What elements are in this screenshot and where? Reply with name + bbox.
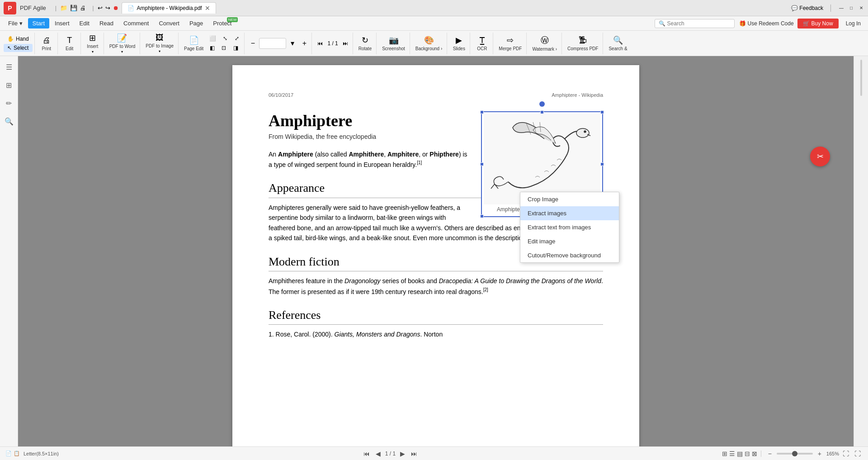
save-icon[interactable]: 💾 — [70, 5, 77, 11]
fit-page-button[interactable]: ⛶ — [841, 449, 851, 459]
background-button[interactable]: 🎨 Background › — [413, 33, 445, 53]
page-tool-5[interactable]: ⊡ — [218, 43, 229, 52]
zoom-dropdown-button[interactable]: ▾ — [287, 38, 298, 49]
login-button[interactable]: Log In — [842, 19, 864, 28]
search-button[interactable]: 🔍 Search & — [606, 33, 630, 53]
feedback-button[interactable]: 💬 Feedback — [791, 5, 823, 11]
handle-rotate[interactable] — [539, 101, 545, 107]
fullscreen-button[interactable]: ⛶ — [853, 449, 863, 459]
menu-page[interactable]: Page — [185, 18, 208, 28]
undo-icon[interactable]: ↩ — [98, 5, 103, 11]
left-icon: ◧ — [210, 45, 215, 51]
rotate-button[interactable]: ↻ Rotate — [356, 33, 374, 53]
print-icon[interactable]: 🖨 — [80, 5, 86, 11]
open-folder-icon[interactable]: 📁 — [60, 5, 67, 11]
select-tool-button[interactable]: ↖ Select — [4, 44, 33, 52]
ctx-extract-images[interactable]: Extract images — [520, 206, 619, 220]
zoom-input[interactable]: 165% — [259, 38, 286, 49]
search-input[interactable] — [667, 20, 731, 27]
menu-comment[interactable]: Comment — [119, 18, 153, 28]
next-page-button[interactable]: ⏭ — [340, 38, 351, 49]
handle-ml[interactable] — [480, 162, 484, 166]
page-tool-1[interactable]: ⬜ — [207, 34, 219, 43]
edit-button[interactable]: T Edit — [61, 33, 79, 53]
compress-pdf-button[interactable]: 🗜 Compress PDF — [565, 33, 601, 53]
view-icon-5[interactable]: ⊠ — [752, 450, 757, 457]
page-tool-3[interactable]: ⤢ — [231, 34, 242, 43]
pdf-to-image-button[interactable]: 🖼 PDF to Image ▾ — [143, 33, 176, 53]
tab-close-button[interactable]: ✕ — [205, 5, 210, 12]
hand-tool-button[interactable]: ✋ Hand — [4, 35, 33, 43]
insert-button[interactable]: ⊞ Insert ▾ — [84, 33, 102, 53]
menu-protect[interactable]: Protect NEW — [208, 18, 236, 28]
sidebar-grid-icon[interactable]: ⊞ — [2, 78, 16, 92]
sidebar-search-icon[interactable]: 🔍 — [2, 114, 16, 128]
minimize-button[interactable]: — — [838, 5, 844, 11]
search-box[interactable]: 🔍 — [655, 19, 735, 28]
handle-tr[interactable] — [600, 110, 604, 114]
fab-button[interactable]: ✂ — [810, 147, 830, 166]
prev-page-button[interactable]: ⏮ — [315, 38, 326, 49]
ctx-cutout-bg[interactable]: Cutout/Remove background — [520, 248, 619, 262]
zoom-in-button[interactable]: + — [299, 38, 310, 49]
menu-edit[interactable]: Edit — [75, 18, 94, 28]
handle-tc[interactable] — [540, 110, 544, 114]
merge-pdf-button[interactable]: ⇨ Merge PDF — [496, 33, 524, 53]
last-page-button[interactable]: ⏭ — [409, 449, 419, 459]
handle-bl[interactable] — [480, 214, 484, 218]
redo-icon[interactable]: ↪ — [105, 5, 110, 11]
maximize-button[interactable]: □ — [848, 5, 854, 11]
center-icon: ⊡ — [222, 45, 226, 51]
ctx-edit-image[interactable]: Edit image — [520, 234, 619, 248]
view-icon-3[interactable]: ▤ — [737, 450, 743, 457]
page-tool-6[interactable]: ◨ — [230, 43, 241, 52]
print-icon: 🖨 — [42, 36, 51, 45]
view-icon-1[interactable]: ⊞ — [722, 450, 727, 457]
page-tool-4[interactable]: ◧ — [207, 43, 217, 52]
scroll-thumb[interactable] — [860, 60, 862, 96]
menu-file[interactable]: File ▾ — [4, 18, 27, 28]
print-button[interactable]: 🖨 Print — [38, 33, 56, 53]
handle-tl[interactable] — [480, 110, 484, 114]
right-scrollbar[interactable] — [854, 56, 868, 446]
menu-convert[interactable]: Convert — [154, 18, 184, 28]
ctx-crop-image[interactable]: Crop Image — [520, 192, 619, 206]
file-tab[interactable]: 📄 Amphiptere - Wikipedia.pdf ✕ — [122, 2, 216, 14]
page-icon-1[interactable]: 📄 — [5, 451, 12, 456]
redeem-icon: 🎁 — [739, 20, 746, 27]
sidebar-edit-icon[interactable]: ✏ — [2, 96, 16, 110]
hand-icon: ✋ — [7, 36, 14, 42]
prev-page-button[interactable]: ◀ — [373, 449, 383, 459]
page-edit-button[interactable]: 📄 Page Edit — [181, 33, 206, 53]
content-area[interactable]: 06/10/2017 Amphiptere - Wikipedia — [18, 56, 854, 446]
zoom-control: − 165% ▾ + — [247, 38, 310, 49]
slides-button[interactable]: ▶ Slides — [450, 33, 468, 53]
handle-mr[interactable] — [600, 162, 604, 166]
page-tool-2[interactable]: ⤡ — [220, 34, 231, 43]
record-icon[interactable]: ⏺ — [113, 5, 119, 11]
tool-group-zoom: − 165% ▾ + — [245, 33, 312, 54]
menu-insert[interactable]: Insert — [50, 18, 74, 28]
screenshot-button[interactable]: 📷 Screenshot — [379, 33, 408, 53]
sidebar-list-icon[interactable]: ☰ — [2, 60, 16, 74]
zoom-slider[interactable] — [777, 453, 813, 455]
redeem-button[interactable]: 🎁 Use Redeem Code — [739, 20, 794, 27]
next-page-btn[interactable]: ▶ — [397, 449, 407, 459]
zoom-out-status[interactable]: − — [765, 449, 775, 459]
menu-start[interactable]: Start — [28, 18, 49, 28]
zoom-slider-thumb[interactable] — [792, 451, 797, 456]
close-window-button[interactable]: ✕ — [858, 5, 864, 11]
first-page-button[interactable]: ⏮ — [362, 449, 372, 459]
zoom-in-status[interactable]: + — [815, 449, 825, 459]
buy-now-button[interactable]: 🛒 Buy Now — [797, 19, 839, 28]
view-icon-4[interactable]: ⊟ — [745, 450, 750, 457]
zoom-out-button[interactable]: − — [247, 38, 258, 49]
menu-read[interactable]: Read — [95, 18, 118, 28]
ocr-icon: T̲ — [480, 35, 485, 45]
pdf-to-word-button[interactable]: 📝 PDF to Word ▾ — [107, 33, 138, 53]
ocr-button[interactable]: T̲ OCR — [473, 33, 491, 53]
page-icon-2[interactable]: 📋 — [14, 451, 20, 456]
watermark-button[interactable]: Ⓦ Watermark › — [529, 33, 560, 53]
ctx-extract-text[interactable]: Extract text from images — [520, 220, 619, 234]
view-icon-2[interactable]: ☰ — [729, 450, 735, 457]
